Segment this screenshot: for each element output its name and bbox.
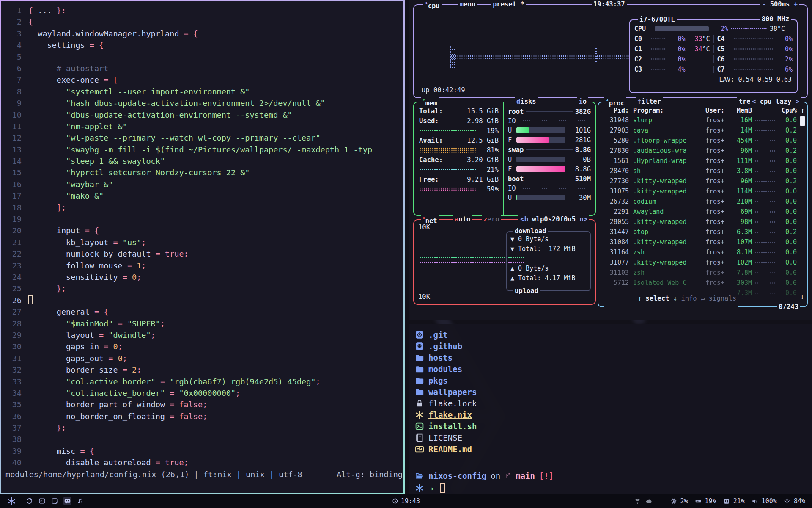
net-zero-button[interactable]: zero [482, 215, 501, 224]
btop-mem-box: ²mem disks io Total:15.5 GiBUsed:2.98 Gi… [413, 102, 596, 216]
ram-module[interactable]: 19% [695, 497, 716, 505]
file-row: README.md [415, 443, 812, 455]
process-row[interactable]: 31084.kitty-wrappedfros+107M0.0 [603, 237, 804, 247]
file-name: README.md [428, 444, 472, 454]
info-action[interactable]: info [681, 295, 697, 302]
editor-line: 35 border_part_of_window = false; [1, 399, 403, 410]
net-interface-switcher[interactable]: <b wlp0s20f0u5 n> [518, 215, 589, 224]
scroll-down-indicator[interactable]: ↓ [800, 293, 804, 301]
proc-box-title[interactable]: ⁴proc [604, 97, 626, 108]
hdd-module[interactable]: 21% [723, 497, 745, 505]
mem-stat-row: Free:9.21 GiB [419, 175, 499, 185]
line-number: 8 [1, 86, 22, 97]
music-icon[interactable] [76, 497, 84, 505]
io-toggle[interactable]: io [577, 97, 588, 106]
editor-line: 21 kb_layout = "us"; [1, 237, 403, 248]
process-row[interactable]: 27903cavafros+14M0.2 [603, 125, 804, 135]
line-number: 15 [1, 167, 22, 178]
cloud-tray-icon[interactable] [645, 497, 653, 505]
notes-icon[interactable] [51, 497, 59, 505]
file-name: hosts [428, 353, 453, 362]
menu-button[interactable]: menu [458, 0, 477, 8]
line-number: 27 [1, 306, 22, 318]
line-content: "hyprctl setcursor Nordzy-cursors 22 &" [22, 167, 250, 178]
line-number: 33 [1, 376, 22, 387]
process-row[interactable]: 5280.floorp-wrappefros+454M0.0 [603, 135, 804, 146]
module-value: 19% [705, 497, 716, 505]
editor-line: 10 "dbus-update-activation-environment -… [1, 109, 403, 121]
line-content: general = { [22, 306, 108, 318]
mem-box-title[interactable]: ²mem [421, 97, 439, 108]
editor-line: 38 [1, 433, 403, 445]
line-content: "col.inactive_border" = "0x00000000"; [22, 387, 240, 399]
select-action[interactable]: select [645, 295, 669, 302]
process-row[interactable]: 31103zshfros+7.8M0.0 [603, 268, 804, 278]
ram-icon [695, 498, 702, 505]
disk-usage-row: F8.8G [508, 164, 591, 174]
editor-line: 1{ ... }: [1, 5, 403, 16]
upload-label: upload [513, 287, 540, 295]
wifi-module[interactable]: 84% [784, 497, 805, 505]
process-row[interactable]: 2291Xwaylandfros+69M0.0 [603, 207, 804, 217]
process-row[interactable]: 31447btopfros+6.3M0.2 [603, 227, 804, 237]
chip-module[interactable]: 2% [670, 497, 688, 505]
proc-scrollbar-thumb[interactable] [800, 116, 805, 126]
disks-title[interactable]: disks [515, 97, 538, 106]
shell-prompt-input[interactable]: → [415, 482, 812, 494]
process-row[interactable]: 31948slurpfros+16M0.0 [603, 115, 804, 125]
line-content: }; [22, 283, 66, 294]
terminal-icon[interactable] [38, 497, 46, 505]
process-row[interactable]: 28055.kitty-wrappedfros+98M0.0 [603, 217, 804, 227]
net-speed-panel: download ▼ 0 Byte/s ▼ Total: 172 MiB ▲ 0… [506, 231, 591, 291]
mem-stat-row: Total:15.5 GiB [419, 107, 499, 116]
net-auto-button[interactable]: auto [453, 215, 472, 224]
proc-filter-button[interactable]: filter [636, 97, 663, 106]
process-row[interactable]: 27830.audacious-wrafros+96M0.2 [603, 146, 804, 156]
disk-usage-row: U30M [508, 193, 591, 202]
process-row[interactable]: 31164zshfros+8.1M0.0 [603, 247, 804, 257]
file-row: pkgs [415, 375, 812, 386]
process-row[interactable]: 31077.kitty-wrappedfros+102M0.0 [603, 257, 804, 268]
line-number: 39 [1, 445, 22, 457]
core-right: C40% [713, 35, 793, 43]
discord-icon[interactable] [63, 497, 71, 505]
wifi-tray-icon[interactable] [634, 497, 641, 505]
line-number: 28 [1, 318, 22, 329]
cpu-box-title[interactable]: ¹cpu [423, 0, 442, 10]
clock-module[interactable]: 19:43 [392, 497, 420, 505]
line-content [22, 295, 33, 306]
terminal-window[interactable]: .git.githubhostsmodulespkgswallpapersfla… [409, 324, 812, 494]
file-row: wallpapers [415, 386, 812, 398]
editor-buffer[interactable]: 1{ ... }:2{3 wayland.windowManager.hyprl… [1, 5, 403, 469]
process-row[interactable]: 27730.kitty-wrappedfros+96M0.2 [603, 176, 804, 186]
line-content: "waybar &" [22, 179, 113, 190]
line-content: gaps_out = 0; [22, 353, 127, 364]
nixos-logo-icon[interactable] [7, 497, 16, 506]
browser-icon[interactable] [25, 497, 33, 505]
btop-window[interactable]: ¹cpu menu preset * 19:43:37 - 500ms + i7… [409, 0, 812, 320]
line-content [22, 51, 28, 63]
preset-button[interactable]: preset * [491, 0, 526, 8]
download-label: download [513, 227, 548, 235]
core-left: C00%33°C [634, 35, 710, 43]
folder-icon [415, 364, 424, 374]
core-left: C20% [634, 55, 710, 63]
process-row[interactable]: 1561.Hyprland-wrapfros+111M0.0 [603, 156, 804, 166]
cpu-core-panel: i7-6700TE 800 MHz CPU 2% 38°C C00%33°CC4… [629, 19, 798, 93]
process-row[interactable]: 28470shfros+3.8M0.0 [603, 166, 804, 176]
process-row[interactable]: 26732codiumfros+210M0.0 [603, 196, 804, 207]
editor-window[interactable]: 1{ ... }:2{3 wayland.windowManager.hyprl… [0, 0, 405, 494]
prompt-directory: nixos-config [428, 471, 486, 480]
core-right: C50% [713, 45, 793, 53]
signals-action[interactable]: signals [709, 295, 736, 302]
update-interval-control[interactable]: - 500ms + [760, 0, 799, 8]
mem-meter: 81% [419, 146, 499, 154]
process-row[interactable]: 31075.kitty-wrappedfros+114M0.0 [603, 186, 804, 196]
line-content: "col.active_border" = "rgb(cba6f7) rgb(9… [22, 376, 321, 387]
line-number: 23 [1, 260, 22, 271]
editor-line: 27 general = { [1, 306, 403, 318]
proc-sort-control[interactable]: < cpu lazy > [750, 97, 801, 106]
volume-module[interactable]: 100% [752, 497, 777, 505]
editor-line: 25 }; [1, 283, 403, 294]
file-name: flake.lock [428, 399, 477, 408]
